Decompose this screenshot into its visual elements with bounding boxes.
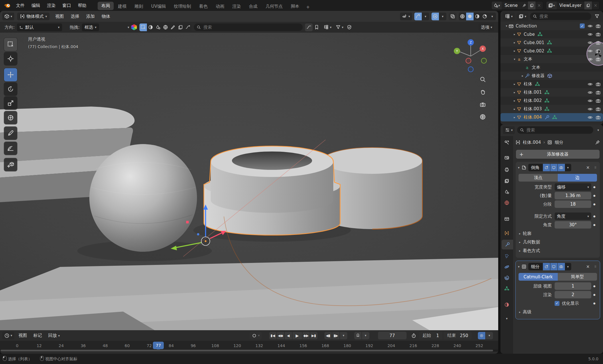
properties-tab-viewlayer-icon[interactable] — [500, 176, 513, 186]
extras-chevron[interactable]: ▾ — [565, 265, 571, 268]
breadcrumb-modifier[interactable]: 细分 — [555, 140, 563, 145]
pan-view-button[interactable] — [478, 87, 488, 97]
animate-dot[interactable]: ● — [591, 203, 598, 206]
width-type-dropdown[interactable]: 偏移▾ — [555, 183, 591, 191]
levels-field[interactable]: 1 — [555, 282, 591, 290]
scene-name[interactable]: Scene — [502, 3, 521, 8]
tab-simple[interactable]: 简单型 — [558, 273, 597, 281]
shield-icon[interactable] — [345, 23, 353, 31]
properties-search[interactable] — [517, 126, 594, 134]
jump-to-start-button[interactable]: ▮◀ — [269, 332, 277, 339]
timeline-ruler[interactable]: 0122436486072849610812013214415616818019… — [0, 341, 498, 352]
render-levels-field[interactable]: 2 — [555, 291, 591, 298]
material-preview-icon[interactable] — [474, 13, 481, 20]
animate-dot[interactable]: ● — [591, 302, 598, 305]
navigation-gizmo[interactable]: Z Y X — [452, 36, 490, 74]
expand-arrow-icon[interactable]: ▸ — [513, 41, 517, 44]
tree-display-button[interactable]: ▾ — [322, 23, 334, 31]
workspace-tab-渲染[interactable]: 渲染 — [228, 2, 245, 11]
tool-rotate[interactable] — [4, 82, 17, 96]
viewport-menu-物体[interactable]: 物体 — [98, 14, 114, 19]
delete-viewlayer-button[interactable]: × — [592, 1, 599, 9]
outliner-row-柱体.003[interactable]: ▸柱体.003 — [500, 105, 603, 113]
proportional-edit-icon[interactable] — [431, 13, 439, 20]
matcap-filter-icon[interactable] — [147, 23, 154, 31]
expand-arrow-icon[interactable]: ▸ — [513, 116, 517, 119]
render-toggle[interactable] — [558, 164, 565, 171]
camera-visibility-icon[interactable] — [596, 115, 601, 120]
camera-visibility-icon[interactable] — [596, 32, 601, 37]
workspace-tab-建模[interactable]: 建模 — [114, 2, 130, 11]
collection-checkbox[interactable]: ✓ — [580, 23, 585, 28]
subdivision-name-field[interactable]: 细分 ▾ — [528, 263, 571, 270]
workspace-tab-雕刻[interactable]: 雕刻 — [131, 2, 147, 11]
eye-icon[interactable] — [588, 107, 593, 112]
expand-arrow-icon[interactable]: ▸ — [513, 99, 517, 102]
curve-widget-icon[interactable] — [305, 23, 313, 31]
expand-arrow-icon[interactable]: ▸ — [513, 49, 517, 52]
segments-field[interactable]: 18 — [555, 200, 591, 208]
animate-dot[interactable]: ● — [591, 215, 598, 218]
jump-next-frame-button[interactable]: ▮▶ — [332, 332, 340, 339]
expand-arrow-icon[interactable]: ▸ — [513, 107, 517, 111]
extras-chevron[interactable]: ▾ — [565, 166, 571, 169]
viewport-menu-视图[interactable]: 视图 — [52, 14, 67, 19]
autokey-chevron[interactable]: ▾ — [486, 332, 493, 339]
tab-vertices[interactable]: 顶点 — [519, 174, 558, 182]
properties-options-chevron[interactable]: ▾ — [596, 129, 601, 132]
camera-visibility-icon[interactable] — [596, 23, 601, 29]
collapse-chevron[interactable]: ▾ — [518, 265, 520, 268]
timeline-menu-视图[interactable]: 视图 — [15, 333, 30, 338]
workspace-tab-纹理绘制[interactable]: 纹理绘制 — [170, 2, 195, 11]
drag-handle[interactable]: ⠿ — [594, 166, 597, 169]
editor-type-button[interactable]: ▾ — [2, 13, 14, 20]
play-button[interactable]: ▶ — [292, 332, 302, 339]
menu-文件[interactable]: 文件 — [13, 0, 28, 11]
viewlayer-name[interactable]: ViewLayer — [557, 3, 584, 8]
timeline-menu-回放[interactable]: 回放 ▾ — [45, 333, 63, 338]
section-advanced[interactable]: ▸高级 — [518, 308, 598, 316]
properties-tab-particles-icon[interactable] — [500, 251, 513, 261]
outliner-filter-icon[interactable] — [593, 13, 601, 20]
eye-icon[interactable] — [588, 23, 593, 29]
options-button[interactable]: 选项▾ — [479, 23, 494, 31]
keying-set-button[interactable]: ▾ — [250, 332, 262, 339]
tool-add-primitive[interactable] — [4, 158, 17, 171]
magnet-chevron[interactable]: ▾ — [362, 332, 369, 339]
shading-options-chevron[interactable]: ▾ — [488, 13, 496, 20]
properties-editor-button[interactable]: ▾ — [503, 126, 515, 134]
properties-tab-object-icon[interactable] — [500, 228, 513, 238]
limit-method-dropdown[interactable]: 角度▾ — [555, 213, 591, 220]
tool-scale[interactable] — [4, 97, 17, 110]
prev-keyframe-button[interactable]: ◀◆ — [277, 332, 284, 339]
outliner-row-柱体[interactable]: ▸柱体 — [500, 80, 603, 88]
drag-handle[interactable]: ⠿ — [594, 265, 597, 268]
close-modifier-icon[interactable]: × — [586, 264, 590, 269]
camera-visibility-icon[interactable] — [596, 90, 601, 95]
magnet-icon[interactable] — [354, 332, 362, 339]
bookmark-icon[interactable] — [313, 23, 320, 31]
frame-start-field[interactable]: 起始1 — [419, 332, 443, 339]
workspace-tab-布局[interactable]: 布局 — [98, 2, 114, 10]
viewlayer-selector[interactable]: ▾ ViewLayer × — [546, 1, 600, 10]
box-select-filter-icon[interactable] — [139, 23, 147, 31]
section-profile[interactable]: ▸轮廓 — [518, 229, 598, 238]
tool-search[interactable] — [194, 23, 303, 31]
breadcrumb-object[interactable]: 柱体.004 — [523, 140, 541, 145]
outliner-row-Collection[interactable]: ▾Collection✓ — [500, 22, 603, 30]
camera-view-button[interactable] — [478, 99, 488, 110]
timeline-editor-button[interactable]: ▾ — [2, 332, 14, 339]
properties-tab-world-icon[interactable] — [500, 198, 513, 208]
properties-tab-render-icon[interactable] — [500, 153, 513, 162]
expand-arrow-icon[interactable]: ▾ — [513, 58, 517, 61]
viewport-menu-添加[interactable]: 添加 — [83, 14, 98, 19]
outliner-row-文本[interactable]: a文本 — [500, 63, 603, 72]
editmode-toggle[interactable] — [543, 263, 550, 270]
outliner-editor-button[interactable]: ▾ — [503, 13, 515, 20]
workspace-tab-动画[interactable]: 动画 — [212, 2, 228, 11]
rendered-icon[interactable] — [481, 13, 488, 20]
menu-帮助[interactable]: 帮助 — [74, 0, 90, 11]
amount-field[interactable]: 1.36 m — [555, 192, 591, 199]
proportional-options-chevron[interactable]: ▾ — [439, 13, 446, 20]
tool-annotate[interactable] — [4, 127, 17, 140]
